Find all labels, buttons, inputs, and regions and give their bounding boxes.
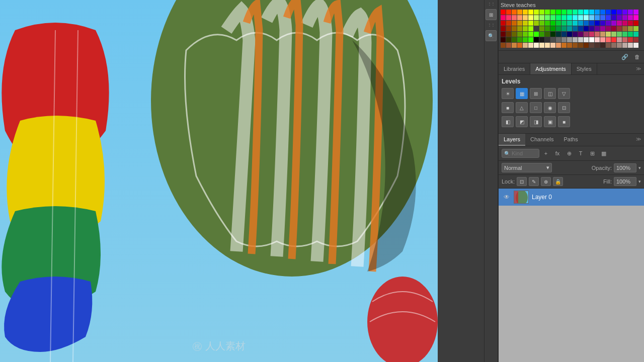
opacity-arrow[interactable]: ▾ — [638, 165, 641, 170]
color-swatch[interactable] — [584, 15, 589, 20]
color-swatch[interactable] — [611, 37, 616, 42]
color-swatch[interactable] — [545, 26, 550, 31]
layer-visibility-icon[interactable]: 👁 — [503, 193, 511, 201]
color-swatch[interactable] — [556, 21, 561, 26]
curves-icon[interactable]: ⊞ — [530, 88, 542, 99]
color-swatch[interactable] — [584, 43, 589, 48]
color-swatch[interactable] — [506, 21, 511, 26]
lock-position-btn[interactable]: ⊕ — [541, 177, 551, 186]
color-swatch[interactable] — [506, 26, 511, 31]
color-swatch[interactable] — [517, 43, 522, 48]
color-swatch[interactable] — [606, 32, 611, 37]
photofilter-icon[interactable]: ◉ — [544, 102, 556, 113]
color-swatch[interactable] — [578, 43, 583, 48]
color-swatch[interactable] — [550, 26, 555, 31]
color-swatch[interactable] — [628, 32, 633, 37]
color-swatch[interactable] — [611, 43, 616, 48]
layer-style-btn[interactable]: fx — [552, 148, 562, 158]
tab-libraries[interactable]: Libraries — [499, 63, 530, 74]
color-swatch[interactable] — [545, 21, 550, 26]
color-swatch[interactable] — [622, 26, 627, 31]
tabs-menu-arrow[interactable]: ≫ — [633, 63, 644, 74]
color-swatch[interactable] — [561, 32, 567, 37]
exposure-icon[interactable]: ◫ — [544, 88, 556, 99]
color-swatch[interactable] — [617, 15, 622, 20]
color-swatch[interactable] — [589, 21, 594, 26]
color-swatch[interactable] — [617, 32, 622, 37]
color-swatch[interactable] — [617, 43, 622, 48]
color-swatch[interactable] — [523, 15, 528, 20]
color-swatch[interactable] — [622, 43, 627, 48]
color-swatch[interactable] — [534, 21, 539, 26]
selectivecolor-icon[interactable]: ▣ — [544, 116, 556, 127]
color-swatch[interactable] — [589, 15, 594, 20]
lock-image-btn[interactable]: ✎ — [529, 177, 539, 186]
color-swatch[interactable] — [573, 26, 578, 31]
color-swatch[interactable] — [606, 37, 611, 42]
color-swatch[interactable] — [633, 21, 638, 26]
layer-item[interactable]: 👁 Layer 0 — [499, 189, 644, 206]
lock-transparent-btn[interactable]: ⊡ — [517, 177, 527, 186]
color-swatch[interactable] — [561, 43, 567, 48]
color-swatch[interactable] — [633, 32, 638, 37]
tab-paths[interactable]: Paths — [559, 134, 583, 146]
opacity-value[interactable]: 100% — [614, 163, 636, 172]
color-swatch[interactable] — [534, 15, 539, 20]
color-swatch[interactable] — [589, 32, 594, 37]
link-icon-btn[interactable]: 🔗 — [620, 52, 630, 62]
color-swatch[interactable] — [600, 32, 605, 37]
color-swatch[interactable] — [517, 32, 522, 37]
color-swatch[interactable] — [578, 26, 583, 31]
color-swatch[interactable] — [506, 10, 511, 15]
fill-arrow[interactable]: ▾ — [638, 179, 641, 184]
color-swatch[interactable] — [506, 37, 511, 42]
color-swatch[interactable] — [512, 37, 517, 42]
color-swatch[interactable] — [617, 21, 622, 26]
color-swatch[interactable] — [567, 43, 572, 48]
color-swatch[interactable] — [573, 43, 578, 48]
brightness-icon[interactable]: ☀ — [502, 88, 514, 99]
color-swatch[interactable] — [501, 32, 506, 37]
color-swatch[interactable] — [539, 10, 544, 15]
color-swatch[interactable] — [539, 32, 544, 37]
color-swatch[interactable] — [523, 32, 528, 37]
color-swatch[interactable] — [506, 43, 511, 48]
color-swatch[interactable] — [589, 37, 594, 42]
layer-transform-btn[interactable]: ⊞ — [587, 148, 597, 158]
color-swatch[interactable] — [606, 15, 611, 20]
color-swatch[interactable] — [595, 32, 600, 37]
color-swatch[interactable] — [573, 15, 578, 20]
color-swatch[interactable] — [611, 26, 616, 31]
color-swatch[interactable] — [633, 26, 638, 31]
color-swatch[interactable] — [556, 15, 561, 20]
color-swatch[interactable] — [622, 21, 627, 26]
color-swatch[interactable] — [600, 37, 605, 42]
layer-search-box[interactable]: 🔍 — [502, 149, 539, 158]
color-swatch[interactable] — [628, 37, 633, 42]
hsl-icon[interactable]: △ — [516, 102, 528, 113]
color-swatch[interactable] — [611, 21, 616, 26]
color-swatch[interactable] — [628, 26, 633, 31]
color-swatch[interactable] — [523, 37, 528, 42]
color-swatch[interactable] — [545, 10, 550, 15]
color-swatch[interactable] — [512, 21, 517, 26]
threshold-icon[interactable]: ◨ — [530, 116, 542, 127]
color-swatch[interactable] — [600, 10, 605, 15]
color-swatch[interactable] — [523, 21, 528, 26]
color-swatch[interactable] — [567, 15, 572, 20]
color-swatch[interactable] — [584, 32, 589, 37]
color-swatch[interactable] — [512, 10, 517, 15]
color-swatch[interactable] — [567, 10, 572, 15]
color-swatch[interactable] — [611, 15, 616, 20]
color-swatch[interactable] — [628, 21, 633, 26]
color-swatch[interactable] — [600, 26, 605, 31]
color-swatch[interactable] — [528, 32, 533, 37]
layer-move-btn[interactable]: ⊕ — [564, 148, 574, 158]
color-swatch[interactable] — [622, 10, 627, 15]
color-swatch[interactable] — [584, 10, 589, 15]
color-swatch[interactable] — [550, 37, 555, 42]
color-swatch[interactable] — [550, 15, 555, 20]
color-swatch[interactable] — [512, 26, 517, 31]
vibrance-icon[interactable]: ■ — [502, 102, 514, 113]
color-swatch[interactable] — [501, 26, 506, 31]
